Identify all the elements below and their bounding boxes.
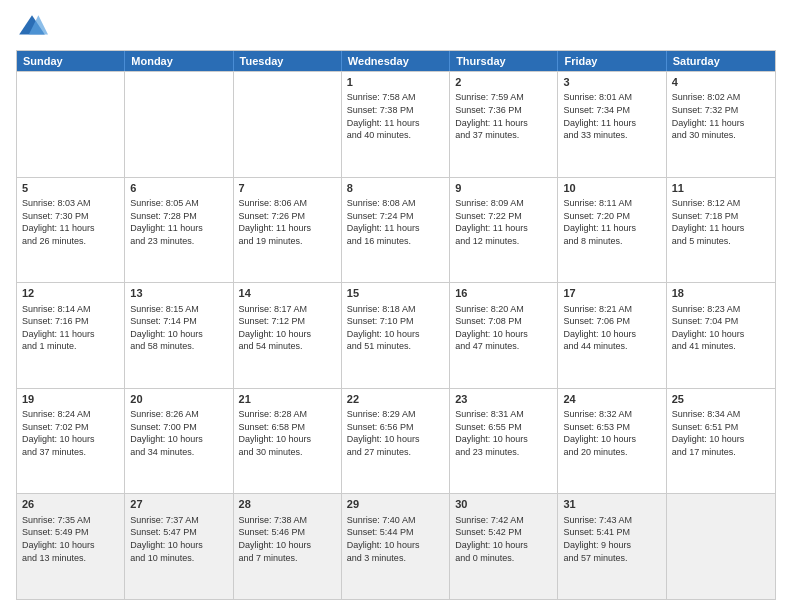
calendar-cell: 8Sunrise: 8:08 AM Sunset: 7:24 PM Daylig… bbox=[342, 178, 450, 283]
day-number: 1 bbox=[347, 75, 444, 90]
calendar-header: SundayMondayTuesdayWednesdayThursdayFrid… bbox=[17, 51, 775, 71]
day-number: 7 bbox=[239, 181, 336, 196]
day-number: 6 bbox=[130, 181, 227, 196]
day-number: 4 bbox=[672, 75, 770, 90]
calendar-cell: 2Sunrise: 7:59 AM Sunset: 7:36 PM Daylig… bbox=[450, 72, 558, 177]
day-header: Wednesday bbox=[342, 51, 450, 71]
day-header: Friday bbox=[558, 51, 666, 71]
cell-text: Sunrise: 8:02 AM Sunset: 7:32 PM Dayligh… bbox=[672, 91, 770, 141]
calendar-cell: 21Sunrise: 8:28 AM Sunset: 6:58 PM Dayli… bbox=[234, 389, 342, 494]
calendar-cell: 24Sunrise: 8:32 AM Sunset: 6:53 PM Dayli… bbox=[558, 389, 666, 494]
cell-text: Sunrise: 8:17 AM Sunset: 7:12 PM Dayligh… bbox=[239, 303, 336, 353]
calendar-cell: 13Sunrise: 8:15 AM Sunset: 7:14 PM Dayli… bbox=[125, 283, 233, 388]
day-number: 24 bbox=[563, 392, 660, 407]
calendar-cell: 11Sunrise: 8:12 AM Sunset: 7:18 PM Dayli… bbox=[667, 178, 775, 283]
cell-text: Sunrise: 7:37 AM Sunset: 5:47 PM Dayligh… bbox=[130, 514, 227, 564]
cell-text: Sunrise: 7:40 AM Sunset: 5:44 PM Dayligh… bbox=[347, 514, 444, 564]
calendar-cell bbox=[667, 494, 775, 599]
cell-text: Sunrise: 8:03 AM Sunset: 7:30 PM Dayligh… bbox=[22, 197, 119, 247]
cell-text: Sunrise: 7:42 AM Sunset: 5:42 PM Dayligh… bbox=[455, 514, 552, 564]
cell-text: Sunrise: 8:06 AM Sunset: 7:26 PM Dayligh… bbox=[239, 197, 336, 247]
calendar-cell: 29Sunrise: 7:40 AM Sunset: 5:44 PM Dayli… bbox=[342, 494, 450, 599]
calendar-cell: 25Sunrise: 8:34 AM Sunset: 6:51 PM Dayli… bbox=[667, 389, 775, 494]
day-number: 22 bbox=[347, 392, 444, 407]
day-number: 31 bbox=[563, 497, 660, 512]
day-number: 26 bbox=[22, 497, 119, 512]
calendar-cell: 18Sunrise: 8:23 AM Sunset: 7:04 PM Dayli… bbox=[667, 283, 775, 388]
calendar-row: 19Sunrise: 8:24 AM Sunset: 7:02 PM Dayli… bbox=[17, 388, 775, 494]
day-number: 12 bbox=[22, 286, 119, 301]
calendar-cell: 15Sunrise: 8:18 AM Sunset: 7:10 PM Dayli… bbox=[342, 283, 450, 388]
calendar-cell: 14Sunrise: 8:17 AM Sunset: 7:12 PM Dayli… bbox=[234, 283, 342, 388]
cell-text: Sunrise: 8:34 AM Sunset: 6:51 PM Dayligh… bbox=[672, 408, 770, 458]
calendar-cell: 20Sunrise: 8:26 AM Sunset: 7:00 PM Dayli… bbox=[125, 389, 233, 494]
calendar-body: 1Sunrise: 7:58 AM Sunset: 7:38 PM Daylig… bbox=[17, 71, 775, 599]
calendar-cell: 7Sunrise: 8:06 AM Sunset: 7:26 PM Daylig… bbox=[234, 178, 342, 283]
day-number: 13 bbox=[130, 286, 227, 301]
cell-text: Sunrise: 7:38 AM Sunset: 5:46 PM Dayligh… bbox=[239, 514, 336, 564]
cell-text: Sunrise: 8:14 AM Sunset: 7:16 PM Dayligh… bbox=[22, 303, 119, 353]
calendar-cell: 1Sunrise: 7:58 AM Sunset: 7:38 PM Daylig… bbox=[342, 72, 450, 177]
calendar-cell: 23Sunrise: 8:31 AM Sunset: 6:55 PM Dayli… bbox=[450, 389, 558, 494]
calendar-cell: 10Sunrise: 8:11 AM Sunset: 7:20 PM Dayli… bbox=[558, 178, 666, 283]
cell-text: Sunrise: 8:21 AM Sunset: 7:06 PM Dayligh… bbox=[563, 303, 660, 353]
day-number: 10 bbox=[563, 181, 660, 196]
cell-text: Sunrise: 8:05 AM Sunset: 7:28 PM Dayligh… bbox=[130, 197, 227, 247]
day-number: 16 bbox=[455, 286, 552, 301]
day-number: 27 bbox=[130, 497, 227, 512]
day-number: 29 bbox=[347, 497, 444, 512]
day-number: 15 bbox=[347, 286, 444, 301]
day-number: 28 bbox=[239, 497, 336, 512]
day-number: 19 bbox=[22, 392, 119, 407]
day-header: Monday bbox=[125, 51, 233, 71]
calendar-cell bbox=[234, 72, 342, 177]
cell-text: Sunrise: 8:12 AM Sunset: 7:18 PM Dayligh… bbox=[672, 197, 770, 247]
calendar-cell: 26Sunrise: 7:35 AM Sunset: 5:49 PM Dayli… bbox=[17, 494, 125, 599]
calendar-cell: 5Sunrise: 8:03 AM Sunset: 7:30 PM Daylig… bbox=[17, 178, 125, 283]
calendar: SundayMondayTuesdayWednesdayThursdayFrid… bbox=[16, 50, 776, 600]
calendar-cell: 19Sunrise: 8:24 AM Sunset: 7:02 PM Dayli… bbox=[17, 389, 125, 494]
calendar-cell: 9Sunrise: 8:09 AM Sunset: 7:22 PM Daylig… bbox=[450, 178, 558, 283]
cell-text: Sunrise: 7:59 AM Sunset: 7:36 PM Dayligh… bbox=[455, 91, 552, 141]
calendar-cell bbox=[125, 72, 233, 177]
day-number: 20 bbox=[130, 392, 227, 407]
day-number: 11 bbox=[672, 181, 770, 196]
day-number: 17 bbox=[563, 286, 660, 301]
cell-text: Sunrise: 8:01 AM Sunset: 7:34 PM Dayligh… bbox=[563, 91, 660, 141]
calendar-row: 26Sunrise: 7:35 AM Sunset: 5:49 PM Dayli… bbox=[17, 493, 775, 599]
header bbox=[16, 12, 776, 44]
calendar-cell: 27Sunrise: 7:37 AM Sunset: 5:47 PM Dayli… bbox=[125, 494, 233, 599]
day-header: Tuesday bbox=[234, 51, 342, 71]
cell-text: Sunrise: 8:24 AM Sunset: 7:02 PM Dayligh… bbox=[22, 408, 119, 458]
cell-text: Sunrise: 8:20 AM Sunset: 7:08 PM Dayligh… bbox=[455, 303, 552, 353]
cell-text: Sunrise: 8:32 AM Sunset: 6:53 PM Dayligh… bbox=[563, 408, 660, 458]
calendar-cell: 30Sunrise: 7:42 AM Sunset: 5:42 PM Dayli… bbox=[450, 494, 558, 599]
calendar-cell: 12Sunrise: 8:14 AM Sunset: 7:16 PM Dayli… bbox=[17, 283, 125, 388]
calendar-cell: 22Sunrise: 8:29 AM Sunset: 6:56 PM Dayli… bbox=[342, 389, 450, 494]
day-header: Sunday bbox=[17, 51, 125, 71]
cell-text: Sunrise: 7:43 AM Sunset: 5:41 PM Dayligh… bbox=[563, 514, 660, 564]
day-number: 30 bbox=[455, 497, 552, 512]
cell-text: Sunrise: 8:09 AM Sunset: 7:22 PM Dayligh… bbox=[455, 197, 552, 247]
cell-text: Sunrise: 8:15 AM Sunset: 7:14 PM Dayligh… bbox=[130, 303, 227, 353]
cell-text: Sunrise: 8:23 AM Sunset: 7:04 PM Dayligh… bbox=[672, 303, 770, 353]
day-number: 3 bbox=[563, 75, 660, 90]
day-number: 9 bbox=[455, 181, 552, 196]
day-header: Saturday bbox=[667, 51, 775, 71]
cell-text: Sunrise: 8:26 AM Sunset: 7:00 PM Dayligh… bbox=[130, 408, 227, 458]
day-number: 25 bbox=[672, 392, 770, 407]
cell-text: Sunrise: 8:28 AM Sunset: 6:58 PM Dayligh… bbox=[239, 408, 336, 458]
cell-text: Sunrise: 7:35 AM Sunset: 5:49 PM Dayligh… bbox=[22, 514, 119, 564]
calendar-cell: 31Sunrise: 7:43 AM Sunset: 5:41 PM Dayli… bbox=[558, 494, 666, 599]
day-number: 23 bbox=[455, 392, 552, 407]
cell-text: Sunrise: 8:11 AM Sunset: 7:20 PM Dayligh… bbox=[563, 197, 660, 247]
calendar-cell: 17Sunrise: 8:21 AM Sunset: 7:06 PM Dayli… bbox=[558, 283, 666, 388]
day-number: 2 bbox=[455, 75, 552, 90]
day-number: 18 bbox=[672, 286, 770, 301]
day-number: 8 bbox=[347, 181, 444, 196]
logo bbox=[16, 12, 52, 44]
calendar-cell: 3Sunrise: 8:01 AM Sunset: 7:34 PM Daylig… bbox=[558, 72, 666, 177]
calendar-cell: 4Sunrise: 8:02 AM Sunset: 7:32 PM Daylig… bbox=[667, 72, 775, 177]
calendar-cell bbox=[17, 72, 125, 177]
cell-text: Sunrise: 8:31 AM Sunset: 6:55 PM Dayligh… bbox=[455, 408, 552, 458]
